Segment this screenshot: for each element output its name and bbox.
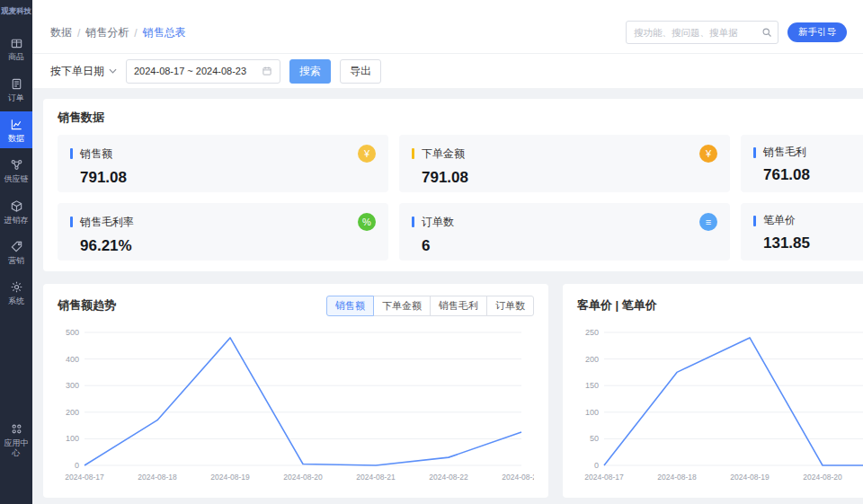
app-grid-icon: [10, 422, 23, 436]
breadcrumb-item-current: 销售总表: [143, 25, 186, 40]
svg-text:2024-08-19: 2024-08-19: [210, 473, 250, 482]
stat-label: 销售毛利: [763, 145, 863, 160]
svg-text:0: 0: [75, 461, 79, 470]
goods-icon: [10, 36, 23, 49]
sales-trend-card: 销售额趋势 销售额下单金额销售毛利订单数 0100200300400500202…: [43, 284, 548, 498]
stat-tile-sales-amount: 销售额 ¥ 791.08: [58, 135, 388, 192]
calendar-icon: [262, 66, 272, 76]
sidebar-item-orders[interactable]: 订单: [0, 71, 32, 108]
sidebar-item-label: 订单: [6, 93, 26, 102]
chart-icon: [10, 118, 23, 131]
breadcrumb-separator: /: [77, 27, 80, 40]
search-button[interactable]: 搜索: [289, 59, 331, 84]
svg-text:2024-08-20: 2024-08-20: [283, 473, 323, 482]
sales-trend-chart: 01002003004005002024-08-172024-08-182024…: [58, 320, 534, 487]
stat-value: 761.08: [753, 166, 863, 184]
stat-label: 销售额: [80, 146, 358, 162]
unit-price-card: 客单价 | 笔单价 0501001502002502024-08-172024-…: [563, 284, 863, 498]
tag-icon: [10, 240, 23, 253]
sales-trend-title: 销售额趋势: [58, 297, 116, 314]
tile-accent-bar: [753, 216, 756, 226]
sidebar-item-label: 数据: [6, 134, 26, 143]
svg-text:400: 400: [66, 355, 79, 364]
stat-value: 791.08: [412, 169, 717, 187]
sidebar-item-data[interactable]: 数据: [0, 111, 32, 148]
svg-text:2024-08-18: 2024-08-18: [657, 473, 697, 482]
guide-button[interactable]: 新手引导: [787, 22, 847, 42]
stat-tile-per-order-price: 笔单价 131.85: [741, 203, 863, 261]
breadcrumb-item-sales-analysis[interactable]: 销售分析: [85, 25, 129, 40]
stat-value: 791.08: [70, 169, 376, 187]
sidebar-item-label: 商品: [6, 52, 26, 61]
svg-text:2024-08-18: 2024-08-18: [138, 473, 177, 482]
breadcrumb-separator: /: [134, 27, 137, 40]
sales-amount-icon: ¥: [358, 145, 376, 163]
sidebar-item-goods[interactable]: 商品: [0, 30, 32, 66]
export-button[interactable]: 导出: [340, 59, 381, 84]
svg-text:2024-08-21: 2024-08-21: [356, 473, 396, 482]
tile-accent-bar: [70, 148, 73, 159]
sidebar-item-marketing[interactable]: 营销: [0, 234, 32, 270]
search-input[interactable]: [634, 27, 761, 38]
sidebar: 观麦科技 商品 订单 数据 供应链: [0, 0, 32, 504]
sidebar-item-label: 应用中心: [0, 438, 32, 457]
svg-text:100: 100: [585, 408, 599, 417]
sidebar-item-label: 供应链: [3, 174, 31, 183]
date-range-input[interactable]: 2024-08-17 ~ 2024-08-23: [126, 59, 280, 84]
svg-text:2024-08-20: 2024-08-20: [803, 473, 842, 482]
sidebar-nav: 商品 订单 数据 供应链 进销存: [0, 30, 32, 314]
stat-tiles: 销售额 ¥ 791.08 下单金额 ¥ 791.08: [58, 135, 863, 261]
sidebar-item-label: 进销存: [3, 216, 31, 225]
order-count-icon: ≡: [699, 213, 717, 231]
filter-bar: 按下单日期 2024-08-17 ~ 2024-08-23 搜索 导出: [32, 54, 863, 88]
sidebar-item-inventory[interactable]: 进销存: [0, 193, 32, 230]
global-search: [626, 21, 778, 44]
stat-value: 6: [412, 237, 717, 255]
supply-chain-icon: [10, 158, 23, 172]
stat-label: 下单金额: [422, 146, 699, 162]
svg-text:2024-08-17: 2024-08-17: [65, 473, 104, 482]
header-right: 新手引导: [626, 21, 847, 44]
unit-price-title: 客单价 | 笔单价: [577, 297, 657, 314]
stat-tile-gross-profit: 销售毛利 761.08: [741, 135, 863, 192]
sidebar-item-system[interactable]: 系统: [0, 274, 32, 311]
chevron-down-icon: [109, 68, 117, 74]
trend-metric-toggles: 销售额下单金额销售毛利订单数: [326, 296, 534, 316]
stat-tile-order-count: 订单数 ≡ 6: [399, 203, 730, 261]
search-icon[interactable]: [761, 27, 772, 38]
orders-icon: [10, 77, 23, 91]
sidebar-item-app-center[interactable]: 应用中心: [0, 416, 32, 463]
tile-accent-bar: [753, 147, 756, 158]
breadcrumb-item-data[interactable]: 数据: [50, 25, 72, 40]
stat-value: 131.85: [753, 234, 863, 252]
trend-toggle-button[interactable]: 销售毛利: [430, 296, 487, 316]
charts-row: 销售额趋势 销售额下单金额销售毛利订单数 0100200300400500202…: [43, 284, 863, 498]
cube-icon: [10, 199, 23, 213]
sales-data-card: 销售数据 销售额 ¥ 791.08 下单金额 ¥ 791: [43, 99, 863, 271]
trend-toggle-button[interactable]: 下单金额: [373, 296, 431, 316]
gear-icon: [10, 280, 23, 294]
stat-tile-gross-margin: 销售毛利率 % 96.21%: [58, 203, 388, 261]
sidebar-item-label: 营销: [6, 256, 26, 265]
stat-label: 订单数: [422, 215, 699, 230]
svg-text:250: 250: [585, 328, 599, 337]
trend-toggle-button[interactable]: 销售额: [326, 296, 374, 316]
sidebar-item-label: 系统: [6, 296, 26, 305]
stat-tile-order-amount: 下单金额 ¥ 791.08: [399, 135, 730, 192]
svg-text:100: 100: [66, 434, 79, 443]
svg-text:300: 300: [66, 381, 79, 390]
date-type-select[interactable]: 按下单日期: [50, 64, 117, 79]
tile-accent-bar: [70, 217, 73, 227]
order-amount-icon: ¥: [699, 145, 717, 163]
stat-label: 笔单价: [763, 213, 863, 228]
trend-toggle-button[interactable]: 订单数: [486, 296, 534, 316]
content: 销售数据 销售额 ¥ 791.08 下单金额 ¥ 791: [32, 88, 863, 504]
sidebar-item-supply-chain[interactable]: 供应链: [0, 152, 32, 189]
svg-text:500: 500: [66, 328, 79, 337]
tile-accent-bar: [412, 217, 414, 227]
date-range-value: 2024-08-17 ~ 2024-08-23: [134, 66, 246, 76]
svg-text:2024-08-17: 2024-08-17: [584, 473, 624, 482]
logo: 观麦科技: [0, 0, 32, 19]
main-area: 数据 / 销售分析 / 销售总表 新手引导 按下单日期 2024-08-17 ~…: [32, 0, 863, 504]
svg-text:200: 200: [585, 355, 599, 364]
